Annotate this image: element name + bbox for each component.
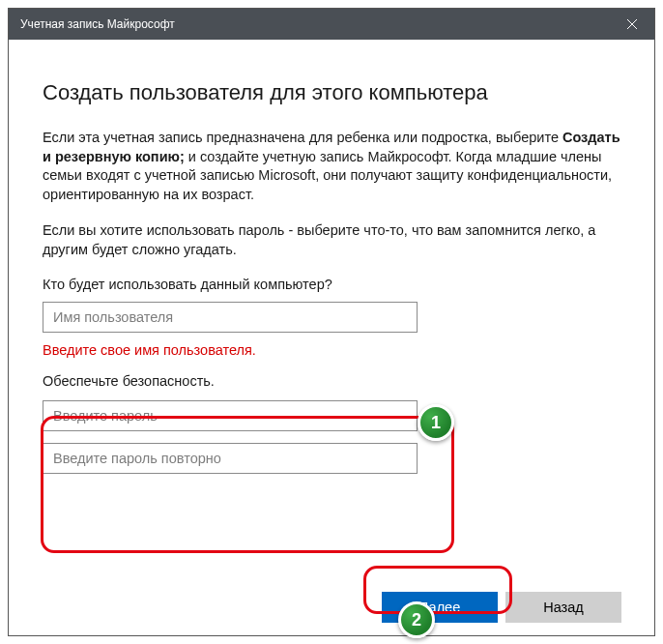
dialog-window: Учетная запись Майкрософт Создать пользо…	[8, 8, 655, 636]
password-group	[43, 400, 620, 474]
page-title: Создать пользователя для этого компьютер…	[43, 80, 620, 105]
password-input[interactable]	[43, 400, 418, 431]
intro-paragraph-2: Если вы хотите использовать пароль - выб…	[43, 221, 620, 259]
security-label: Обеспечьте безопасность.	[43, 373, 620, 389]
password-confirm-input[interactable]	[43, 443, 418, 474]
titlebar: Учетная запись Майкрософт	[9, 9, 654, 40]
username-error: Введите свое имя пользователя.	[43, 342, 620, 358]
username-input[interactable]	[43, 302, 418, 333]
window-title: Учетная запись Майкрософт	[20, 17, 175, 31]
back-button[interactable]: Назад	[505, 592, 621, 623]
dialog-content: Создать пользователя для этого компьютер…	[9, 40, 654, 579]
close-icon	[627, 19, 637, 29]
next-button[interactable]: Далее	[382, 592, 498, 623]
intro-paragraph-1: Если эта учетная запись предназначена дл…	[43, 129, 620, 204]
username-label: Кто будет использовать данный компьютер?	[43, 277, 620, 292]
dialog-footer: Далее Назад	[9, 579, 654, 635]
close-button[interactable]	[610, 9, 654, 40]
